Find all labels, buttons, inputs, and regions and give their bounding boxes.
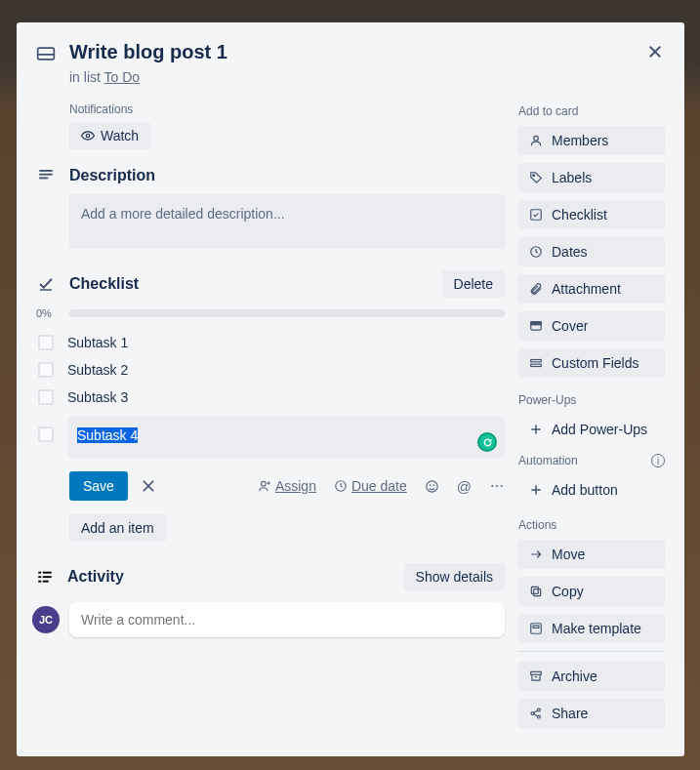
tag-icon [528, 171, 544, 184]
dates-button[interactable]: Dates [518, 237, 665, 266]
list-link[interactable]: To Do [104, 69, 141, 85]
svg-rect-3 [39, 174, 53, 176]
make-template-button[interactable]: Make template [518, 614, 665, 643]
grammarly-icon[interactable] [477, 432, 497, 452]
svg-rect-15 [38, 576, 41, 578]
svg-rect-31 [531, 671, 542, 674]
svg-rect-16 [43, 576, 52, 578]
cancel-button[interactable] [136, 473, 161, 499]
due-date-link[interactable]: Due date [334, 478, 407, 494]
labels-button[interactable]: Labels [518, 163, 665, 192]
description-placeholder: Add a more detailed description... [81, 206, 285, 222]
move-button[interactable]: Move [518, 540, 665, 569]
plus-icon [528, 483, 544, 497]
svg-point-20 [533, 175, 535, 177]
check-square-icon [528, 208, 544, 222]
svg-rect-27 [534, 589, 541, 596]
cover-button[interactable]: Cover [518, 311, 665, 341]
emoji-button[interactable] [425, 479, 439, 494]
progress-bar [69, 309, 505, 317]
checkbox[interactable] [38, 335, 54, 350]
checklist-item[interactable]: Subtask 1 [36, 329, 505, 356]
paperclip-icon [528, 282, 544, 296]
description-input[interactable]: Add a more detailed description... [69, 194, 505, 249]
template-icon [528, 622, 544, 635]
members-button[interactable]: Members [518, 126, 665, 155]
watch-button-label: Watch [101, 128, 139, 143]
checklist-icon [36, 275, 56, 293]
activity-heading: Activity [67, 568, 391, 586]
editor-text: Subtask 4 [77, 427, 138, 443]
checklist-button[interactable]: Checklist [518, 200, 665, 229]
powerups-label: Power-Ups [518, 393, 665, 407]
svg-point-1 [86, 134, 90, 138]
close-icon [140, 477, 157, 495]
checklist-item[interactable]: Subtask 2 [36, 356, 505, 384]
user-icon [528, 134, 544, 147]
checklist-heading: Checklist [69, 275, 429, 293]
svg-point-12 [501, 485, 503, 487]
watch-button[interactable]: Watch [69, 122, 150, 149]
attachment-button[interactable]: Attachment [518, 274, 665, 304]
svg-point-19 [534, 136, 539, 141]
add-to-card-label: Add to card [518, 104, 665, 118]
custom-fields-button[interactable]: Custom Fields [518, 348, 665, 378]
checkbox[interactable] [38, 362, 54, 378]
svg-rect-30 [533, 626, 539, 628]
add-powerups-button[interactable]: Add Power-Ups [518, 415, 665, 444]
close-icon [646, 43, 664, 61]
user-plus-icon [258, 479, 271, 493]
svg-point-5 [261, 481, 266, 486]
svg-point-9 [433, 484, 434, 485]
delete-checklist-button[interactable]: Delete [442, 270, 505, 298]
svg-rect-17 [38, 581, 41, 583]
cover-icon [528, 319, 544, 333]
assign-link[interactable]: Assign [258, 478, 316, 494]
dots-icon [489, 478, 505, 494]
fields-icon [528, 356, 544, 370]
add-button-button[interactable]: Add button [518, 475, 665, 505]
add-item-button[interactable]: Add an item [69, 514, 166, 542]
card-list-location: in list To Do [69, 69, 665, 85]
checkbox[interactable] [38, 389, 54, 405]
archive-button[interactable]: Archive [518, 662, 665, 691]
comment-input[interactable] [69, 602, 505, 637]
description-icon [36, 167, 56, 184]
close-button[interactable] [639, 36, 671, 67]
info-icon[interactable]: i [651, 454, 665, 467]
eye-icon [81, 129, 95, 142]
svg-point-11 [496, 485, 498, 487]
show-details-button[interactable]: Show details [404, 563, 505, 590]
more-button[interactable] [489, 478, 505, 494]
checkbox[interactable] [38, 426, 54, 442]
avatar[interactable]: JC [32, 606, 60, 633]
svg-rect-2 [39, 170, 53, 172]
notifications-label: Notifications [69, 102, 505, 116]
emoji-icon [425, 479, 439, 494]
checklist-item-label: Subtask 3 [67, 389, 128, 405]
mention-button[interactable]: @ [457, 478, 472, 495]
svg-rect-4 [39, 178, 48, 180]
card-title[interactable]: Write blog post 1 [69, 38, 227, 65]
card-modal: Write blog post 1 in list To Do Notifica… [17, 22, 684, 756]
actions-label: Actions [518, 518, 665, 532]
copy-button[interactable]: Copy [518, 577, 665, 606]
share-button[interactable]: Share [518, 699, 665, 728]
share-icon [528, 707, 544, 720]
clock-icon [334, 479, 348, 493]
card-icon [36, 44, 56, 63]
save-button[interactable]: Save [69, 471, 128, 501]
plus-icon [528, 423, 544, 436]
svg-rect-28 [531, 587, 538, 593]
checklist-item[interactable]: Subtask 3 [36, 384, 505, 411]
checklist-progress: 0% [36, 307, 505, 319]
checklist-item-label: Subtask 2 [67, 362, 128, 378]
svg-rect-18 [43, 581, 49, 583]
arrow-right-icon [528, 547, 544, 561]
checklist-item-editor[interactable]: Subtask 4 [67, 417, 505, 458]
progress-percent: 0% [36, 307, 60, 319]
archive-icon [528, 669, 544, 683]
automation-label: Automation [518, 454, 578, 467]
at-icon: @ [457, 478, 472, 495]
svg-rect-14 [43, 572, 52, 574]
